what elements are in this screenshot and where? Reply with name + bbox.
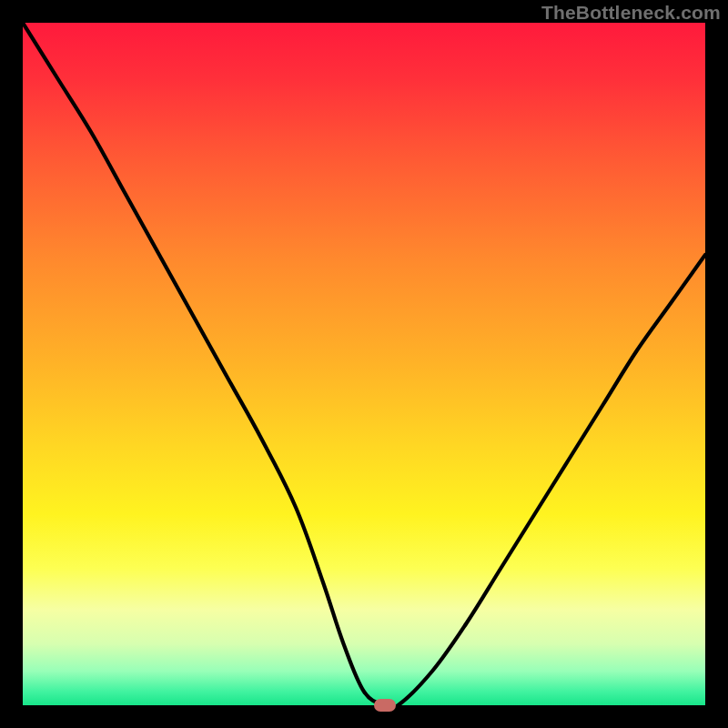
watermark-text: TheBottleneck.com: [541, 2, 721, 24]
bottleneck-curve: [23, 23, 705, 705]
plot-area: [23, 23, 705, 705]
chart-frame: TheBottleneck.com: [0, 0, 728, 728]
bottleneck-marker: [374, 699, 396, 712]
